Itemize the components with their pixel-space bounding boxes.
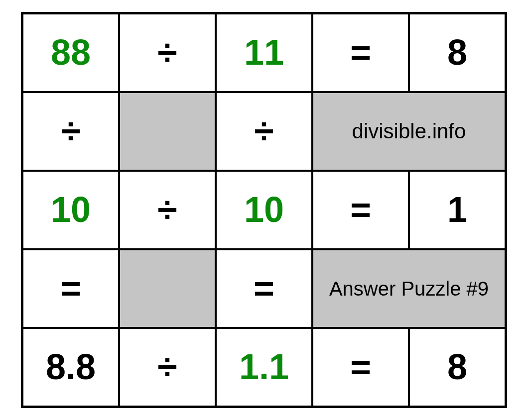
cell-r1c5: 8 [409,13,506,92]
cell-r1c2-divide: ÷ [119,13,216,92]
cell-r3c4-equals: = [312,171,409,249]
cell-r1c3: 11 [216,13,312,92]
cell-r5c4-equals: = [312,328,409,407]
cell-r2c1-divide: ÷ [22,92,119,171]
cell-r1c1: 88 [22,13,119,92]
cell-r4c2-blank [119,249,216,328]
cell-r4c3-equals: = [216,249,312,328]
cell-r1c4-equals: = [312,13,409,92]
cell-r3c2-divide: ÷ [119,171,216,249]
cell-r5c1: 8.8 [22,328,119,407]
cell-r3c1: 10 [22,171,119,249]
cell-r3c5: 1 [409,171,506,249]
cell-r5c5: 8 [409,328,506,407]
cell-r4-label-puzzle: Answer Puzzle #9 [312,249,506,328]
cell-r2c3-divide: ÷ [216,92,312,171]
cell-r5c3: 1.1 [216,328,312,407]
puzzle-grid: 88 ÷ 11 = 8 ÷ ÷ divisible.info 10 ÷ 10 =… [21,12,507,408]
cell-r5c2-divide: ÷ [119,328,216,407]
cell-r2c2-blank [119,92,216,171]
cell-r2-label-site: divisible.info [312,92,506,171]
cell-r4c1-equals: = [22,249,119,328]
cell-r3c3: 10 [216,171,312,249]
